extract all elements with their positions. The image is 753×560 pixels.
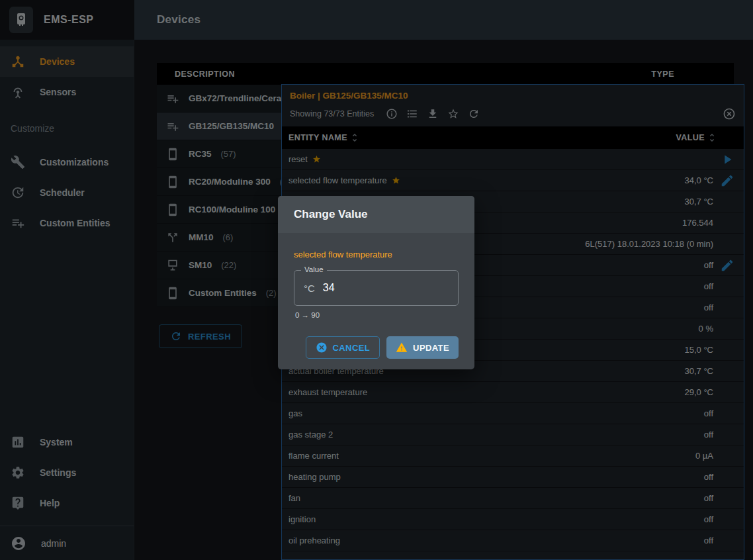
dialog-actions: CANCEL UPDATE bbox=[294, 336, 459, 364]
value-input[interactable] bbox=[322, 281, 449, 295]
field-label: Value bbox=[301, 265, 327, 273]
unit-label: °C bbox=[304, 283, 315, 294]
dialog-title: Change Value bbox=[278, 196, 474, 233]
change-value-dialog: Change Value selected flow temperature V… bbox=[278, 196, 474, 369]
cancel-icon bbox=[316, 342, 328, 353]
entity-label: selected flow temperature bbox=[294, 250, 459, 259]
ems-esp-app: EMS-ESP Devices Devices Sensors Customiz… bbox=[0, 0, 753, 560]
range-helper: 0 → 90 bbox=[294, 311, 459, 319]
update-button[interactable]: UPDATE bbox=[386, 336, 459, 359]
warning-icon bbox=[396, 342, 408, 353]
value-field[interactable]: Value °C bbox=[294, 270, 459, 306]
update-label: UPDATE bbox=[413, 343, 449, 353]
cancel-label: CANCEL bbox=[333, 343, 371, 353]
dialog-body: selected flow temperature Value °C 0 → 9… bbox=[278, 250, 474, 369]
cancel-button[interactable]: CANCEL bbox=[306, 336, 380, 359]
